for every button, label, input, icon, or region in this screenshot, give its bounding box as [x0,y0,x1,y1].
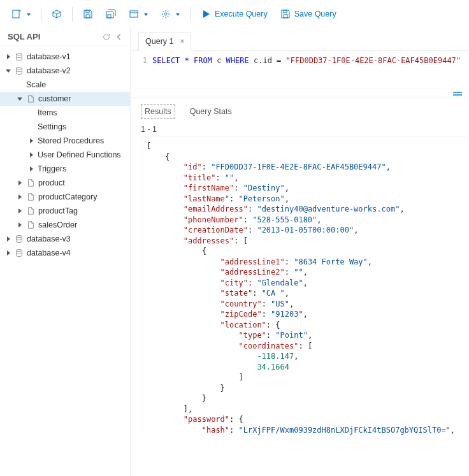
tree-item-label: database-v1 [27,52,71,61]
tree-item-label: productCategory [38,192,97,201]
cube-button[interactable] [48,5,66,23]
chevron-down-icon [27,13,31,16]
tree-item-label: productTag [38,206,78,215]
tree-item-label: Triggers [38,164,66,173]
tree-item-database-v1[interactable]: database-v1 [0,50,130,64]
tree-item-settings[interactable]: Settings [0,120,130,134]
tree-item-salesorder[interactable]: salesOrder [0,218,130,232]
database-icon [15,249,24,257]
database-icon [15,66,24,75]
chevron-down-icon [17,97,23,101]
save-query-button[interactable]: Save Query [277,5,340,23]
tree-item-label: Items [38,108,57,117]
chevron-right-icon [17,208,23,213]
chevron-right-icon [17,194,23,199]
svg-rect-7 [284,10,287,13]
chevron-right-icon [28,152,34,157]
svg-rect-3 [108,15,111,18]
json-results[interactable]: [ { "id": "FFD0DD37-1F0E-4E2E-8FAC-EAF45… [141,136,469,436]
chevron-down-icon [5,69,11,73]
tree-item-label: Stored Procedures [38,136,104,145]
tree-item-database-v3[interactable]: database-v3 [0,232,130,246]
svg-point-10 [17,235,22,237]
tree-item-label: database-v3 [27,234,71,243]
sidebar: SQL API database-v1database-v2Scalecusto… [0,28,131,476]
svg-rect-0 [13,10,19,18]
tree-item-triggers[interactable]: Triggers [0,162,130,176]
sql-editor[interactable]: 1 SELECT * FROM c WHERE c.id = "FFD0DD37… [131,51,469,89]
tree-item-label: product [38,178,65,187]
main: SQL API database-v1database-v2Scalecusto… [0,28,469,476]
tab-label: Query 1 [145,37,173,46]
tree: database-v1database-v2ScalecustomerItems… [0,46,130,476]
database-icon [15,52,24,61]
save-all-button[interactable] [102,5,120,23]
tree-item-label: salesOrder [38,220,77,229]
sql-line: SELECT * FROM c WHERE c.id = "FFD0DD37-1… [152,51,465,89]
svg-rect-1 [86,15,90,18]
tab-query1[interactable]: Query 1 × [138,32,191,51]
chevron-right-icon [17,222,23,227]
toolbar-sep [41,7,41,21]
sidebar-header: SQL API [0,28,130,46]
tree-item-database-v4[interactable]: database-v4 [0,246,130,260]
save-icon-button[interactable] [79,5,97,23]
tree-item-producttag[interactable]: productTag [0,204,130,218]
tree-item-label: User Defined Functions [38,150,121,159]
tab-results[interactable]: Results [141,105,175,119]
chevron-right-icon [28,138,34,143]
chevron-down-icon [176,13,180,16]
collection-icon [26,220,35,229]
json-body: [ { "id": "FFD0DD37-1F0E-4E2E-8FAC-EAF45… [147,141,469,436]
svg-rect-4 [130,11,138,17]
collection-icon [26,192,35,201]
chevron-right-icon [28,166,34,171]
chevron-right-icon [17,180,23,185]
tree-item-stored-procedures[interactable]: Stored Procedures [0,134,130,148]
toolbar-sep [190,7,191,21]
settings-button[interactable] [157,5,184,23]
svg-point-8 [17,53,22,55]
chevron-right-icon [5,250,11,256]
svg-rect-2 [86,10,89,13]
svg-point-11 [17,249,22,251]
collection-icon [26,178,35,187]
open-button[interactable] [125,5,152,23]
new-item-button[interactable] [8,5,34,23]
tree-item-product[interactable]: product [0,176,130,190]
toolbar-sep [72,7,73,21]
svg-point-9 [17,67,22,69]
editor-pane: Query 1 × 1 SELECT * FROM c WHERE c.id =… [131,28,469,476]
pane-splitter[interactable] [131,89,469,98]
chevron-right-icon [5,54,11,59]
toolbar: Execute Query Save Query [0,0,469,28]
collapse-icon[interactable] [115,32,124,41]
execute-query-button[interactable]: Execute Query [197,5,271,23]
tree-item-database-v2[interactable]: database-v2 [0,64,130,78]
tree-item-label: Scale [26,80,46,89]
tab-query-stats[interactable]: Query Stats [187,105,235,118]
sidebar-title: SQL API [8,32,40,41]
execute-query-label: Execute Query [215,10,268,18]
tree-item-label: customer [38,94,71,103]
results-tabs: Results Query Stats [131,98,469,119]
tree-item-productcategory[interactable]: productCategory [0,190,130,204]
tree-item-customer[interactable]: customer [0,92,130,106]
tree-item-scale[interactable]: Scale [0,78,130,92]
tree-item-label: database-v4 [27,249,71,257]
refresh-icon[interactable] [102,32,111,41]
database-icon [15,234,24,243]
save-query-label: Save Query [294,10,336,18]
collection-icon [26,94,35,103]
close-icon[interactable]: × [180,37,184,46]
tree-item-user-defined-functions[interactable]: User Defined Functions [0,148,130,162]
tree-item-label: database-v2 [27,66,71,75]
result-count: 1 - 1 [131,119,469,136]
svg-rect-6 [284,15,287,18]
tree-item-items[interactable]: Items [0,106,130,120]
tab-bar: Query 1 × [131,28,469,51]
svg-point-5 [164,13,167,15]
chevron-right-icon [5,236,11,242]
tree-item-label: Settings [38,122,66,131]
line-gutter: 1 [131,51,152,89]
